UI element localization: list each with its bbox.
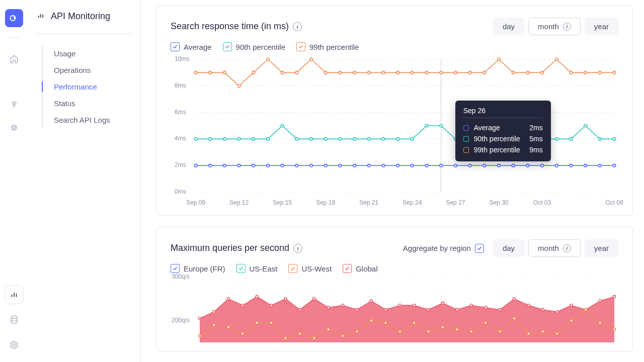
svg-point-106 [213, 311, 215, 313]
checkbox-icon[interactable] [288, 264, 297, 273]
checkbox-icon[interactable] [296, 42, 305, 51]
svg-point-114 [327, 306, 330, 309]
svg-point-99 [570, 71, 573, 74]
svg-point-76 [237, 84, 240, 87]
svg-point-87 [396, 71, 399, 74]
svg-point-110 [270, 304, 272, 307]
svg-point-28 [411, 164, 414, 167]
svg-point-26 [382, 164, 385, 167]
checkbox-icon[interactable] [475, 244, 484, 253]
svg-point-54 [353, 138, 356, 141]
legend-item[interactable]: 90th percentile [223, 42, 285, 51]
svg-point-79 [281, 71, 284, 74]
svg-point-128 [527, 304, 530, 307]
checkbox-icon[interactable] [343, 264, 352, 273]
svg-point-20 [295, 164, 298, 167]
svg-point-150 [413, 321, 416, 324]
sidebar-item-status[interactable]: Status [43, 95, 140, 112]
svg-point-42 [613, 164, 616, 167]
aggregate-by-region[interactable]: Aggregate by region [403, 244, 484, 253]
legend-item[interactable]: Global [343, 264, 377, 273]
svg-point-88 [411, 71, 414, 74]
svg-point-89 [425, 71, 428, 74]
svg-point-75 [223, 71, 226, 74]
card-title: Search response time (in ms) i [171, 21, 302, 32]
svg-point-148 [384, 321, 387, 324]
svg-point-4 [11, 316, 17, 319]
gear-icon[interactable] [5, 336, 23, 354]
info-icon[interactable]: i [293, 244, 302, 253]
svg-point-107 [227, 298, 229, 300]
range-year[interactable]: year [585, 18, 618, 35]
svg-point-101 [599, 71, 602, 74]
svg-point-21 [310, 164, 313, 167]
svg-point-136 [213, 324, 215, 326]
range-year[interactable]: year [585, 239, 618, 257]
sidebar-item-performance[interactable]: Performance [43, 78, 140, 95]
legend-item[interactable]: Average [171, 42, 212, 51]
home-icon[interactable] [5, 50, 23, 68]
svg-point-14 [209, 164, 212, 167]
chart-max-qps[interactable]: 200q/s300q/s [171, 277, 618, 342]
svg-point-164 [613, 328, 615, 330]
svg-point-60 [440, 124, 443, 127]
svg-point-84 [353, 71, 356, 74]
database-icon[interactable] [5, 311, 23, 329]
svg-point-156 [499, 330, 501, 333]
range-day[interactable]: day [493, 18, 524, 35]
checkbox-icon[interactable] [236, 264, 246, 273]
svg-point-24 [353, 164, 356, 167]
svg-point-121 [427, 308, 430, 311]
svg-point-162 [585, 308, 587, 311]
svg-point-85 [367, 71, 370, 74]
svg-point-61 [454, 138, 457, 141]
svg-point-146 [356, 330, 358, 333]
analytics-icon[interactable] [5, 286, 23, 304]
pin-icon[interactable] [5, 96, 23, 114]
svg-point-161 [570, 319, 573, 322]
range-month[interactable]: month i [528, 239, 581, 257]
info-icon[interactable]: i [293, 22, 302, 31]
svg-point-113 [313, 298, 315, 300]
svg-point-122 [441, 302, 444, 304]
svg-point-58 [411, 138, 414, 141]
svg-point-40 [584, 164, 587, 167]
info-icon[interactable]: i [563, 244, 571, 252]
chart-response-time[interactable]: 0ms2ms4ms6ms8ms10msSep 09Sep 12Sep 15Sep… [171, 55, 618, 206]
app-logo[interactable] [5, 9, 23, 27]
svg-point-2 [13, 103, 14, 104]
svg-point-144 [327, 328, 330, 330]
sidebar-item-usage[interactable]: Usage [43, 45, 140, 62]
svg-point-152 [441, 326, 444, 328]
legend-item[interactable]: US-East [236, 264, 278, 273]
svg-point-80 [295, 71, 298, 74]
svg-point-118 [384, 308, 387, 311]
svg-point-31 [454, 164, 457, 167]
legend-item[interactable]: 99th percentile [296, 42, 359, 51]
svg-point-91 [454, 71, 457, 74]
info-icon[interactable]: i [563, 23, 571, 31]
range-month[interactable]: month i [528, 18, 581, 35]
checkbox-icon[interactable] [223, 42, 232, 51]
svg-point-32 [468, 164, 471, 167]
zap-icon[interactable] [5, 119, 23, 137]
checkbox-icon[interactable] [171, 264, 180, 273]
svg-point-109 [256, 295, 258, 298]
svg-point-63 [483, 138, 486, 141]
legend-item[interactable]: Europe (FR) [171, 264, 225, 273]
svg-point-33 [483, 164, 486, 167]
svg-point-38 [555, 164, 558, 167]
svg-point-48 [267, 138, 270, 141]
legend-item[interactable]: US-West [288, 264, 332, 273]
sidebar-item-operations[interactable]: Operations [43, 62, 140, 78]
svg-point-137 [227, 326, 229, 328]
svg-point-57 [396, 138, 399, 141]
sidebar-item-search-api-logs[interactable]: Search API Logs [43, 112, 140, 128]
range-day[interactable]: day [493, 239, 524, 257]
checkbox-icon[interactable] [171, 42, 180, 51]
svg-point-83 [339, 71, 342, 74]
svg-point-23 [339, 164, 342, 167]
svg-point-22 [324, 164, 327, 167]
svg-point-62 [468, 138, 471, 141]
svg-point-37 [541, 164, 544, 167]
